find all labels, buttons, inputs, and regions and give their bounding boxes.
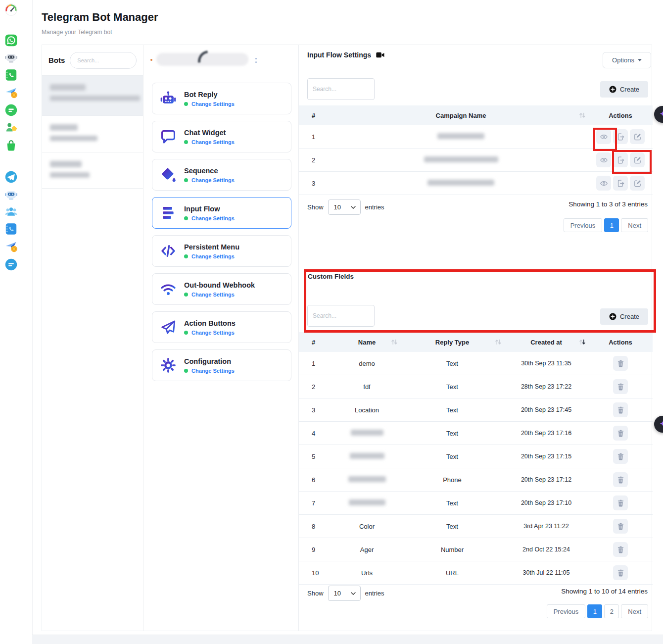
page-size-select[interactable]: 10 bbox=[328, 199, 361, 215]
created-at: 30th Sep 23 11:35 bbox=[504, 360, 588, 367]
chat-green-icon[interactable] bbox=[4, 103, 18, 117]
speedtest-icon[interactable] bbox=[4, 3, 18, 16]
edit-button[interactable] bbox=[630, 152, 645, 167]
trash-icon bbox=[616, 522, 625, 531]
col-header-campaign[interactable]: Campaign Name bbox=[333, 112, 588, 119]
trash-icon bbox=[616, 569, 625, 577]
edit-button[interactable] bbox=[630, 129, 645, 144]
whatsapp-icon[interactable] bbox=[4, 34, 18, 47]
field-name: Ager bbox=[333, 546, 400, 553]
card-input-flow[interactable]: Input Flow Change Settings bbox=[152, 197, 291, 229]
delete-button[interactable] bbox=[613, 356, 628, 371]
delete-button[interactable] bbox=[613, 449, 628, 464]
bots-search-input[interactable] bbox=[70, 52, 137, 69]
page-1-button[interactable]: 1 bbox=[587, 604, 602, 618]
options-button[interactable]: Options bbox=[603, 52, 651, 68]
card-title: Action Buttons bbox=[184, 319, 236, 327]
col-header-name[interactable]: Name bbox=[333, 339, 400, 346]
table-row: 8 Color Text 3rd Apr 23 11:22 bbox=[299, 515, 653, 538]
card-bot-reply[interactable]: Bot Reply Change Settings bbox=[152, 83, 291, 114]
bot-list-item-1[interactable] bbox=[42, 76, 143, 116]
blurred-bot-username bbox=[50, 172, 90, 178]
people-puzzle-icon[interactable] bbox=[4, 120, 18, 134]
previous-page-button[interactable]: Previous bbox=[564, 218, 603, 232]
col-header-created-at[interactable]: Created at bbox=[504, 339, 588, 346]
next-page-button[interactable]: Next bbox=[621, 218, 648, 232]
row-number: 6 bbox=[299, 476, 333, 484]
file-export-icon bbox=[616, 179, 625, 188]
bot-list-item-3[interactable] bbox=[42, 152, 143, 189]
robot-gray-icon[interactable] bbox=[4, 50, 18, 64]
card-action-buttons[interactable]: Action Buttons Change Settings bbox=[152, 311, 291, 343]
show-label: Show bbox=[307, 203, 324, 211]
col-header-num[interactable]: # bbox=[299, 339, 333, 346]
change-settings-link[interactable]: Change Settings bbox=[191, 253, 235, 259]
contacts-blue-icon[interactable] bbox=[4, 222, 18, 236]
delete-button[interactable] bbox=[613, 542, 628, 557]
table-row: 3 Location Text 20th Sep 23 17:45 bbox=[299, 398, 653, 422]
change-settings-link[interactable]: Change Settings bbox=[191, 215, 235, 221]
change-settings-link[interactable]: Change Settings bbox=[191, 330, 235, 336]
view-button[interactable] bbox=[596, 129, 611, 144]
paper-plane-coin-icon[interactable] bbox=[4, 86, 18, 99]
page-2-button[interactable]: 2 bbox=[604, 604, 619, 618]
change-settings-link[interactable]: Change Settings bbox=[191, 368, 235, 374]
delete-button[interactable] bbox=[613, 472, 628, 487]
export-button[interactable] bbox=[613, 129, 628, 144]
custom-fields-create-button[interactable]: Create bbox=[600, 308, 648, 325]
change-settings-link[interactable]: Change Settings bbox=[191, 101, 235, 107]
edit-button[interactable] bbox=[630, 176, 645, 191]
custom-fields-pagination: Previous 1 2 Next bbox=[547, 604, 648, 618]
page-size-select[interactable]: 10 bbox=[328, 586, 361, 601]
video-camera-icon[interactable] bbox=[376, 52, 385, 58]
card-persistent-menu[interactable]: Persistent Menu Change Settings bbox=[152, 235, 291, 267]
sparkle-icon bbox=[659, 420, 663, 428]
view-button[interactable] bbox=[596, 176, 611, 191]
delete-button[interactable] bbox=[613, 426, 628, 441]
delete-button[interactable] bbox=[613, 565, 628, 580]
status-dot bbox=[150, 59, 152, 61]
change-settings-link[interactable]: Change Settings bbox=[191, 177, 235, 183]
bot-list-item-2[interactable] bbox=[42, 116, 143, 152]
custom-fields-page-size-control: Show 10 entries bbox=[307, 586, 384, 601]
shopping-bag-icon[interactable] bbox=[4, 139, 18, 152]
next-page-button[interactable]: Next bbox=[621, 604, 648, 618]
paper-plane-coin-blue-icon[interactable] bbox=[4, 240, 18, 253]
people-group-icon[interactable] bbox=[4, 205, 18, 218]
show-label: Show bbox=[307, 590, 324, 597]
status-dot bbox=[184, 140, 188, 144]
export-button[interactable] bbox=[613, 176, 628, 191]
previous-page-button[interactable]: Previous bbox=[547, 604, 586, 618]
contacts-green-icon[interactable] bbox=[4, 68, 18, 82]
card-title: Sequence bbox=[184, 167, 235, 175]
col-header-reply-type[interactable]: Reply Type bbox=[400, 339, 504, 346]
custom-fields-search-input[interactable] bbox=[307, 305, 375, 327]
change-settings-link[interactable]: Change Settings bbox=[191, 292, 235, 297]
delete-button[interactable] bbox=[613, 402, 628, 417]
input-flow-search-input[interactable] bbox=[307, 78, 375, 100]
delete-button[interactable] bbox=[613, 519, 628, 534]
delete-button[interactable] bbox=[613, 495, 628, 510]
card-chat-widget[interactable]: Chat Widget Change Settings bbox=[152, 121, 291, 152]
input-flow-create-button[interactable]: Create bbox=[600, 81, 648, 98]
card-title: Out-bound Webhook bbox=[184, 281, 255, 289]
create-label: Create bbox=[620, 313, 639, 320]
page-1-button[interactable]: 1 bbox=[604, 218, 619, 232]
row-number: 1 bbox=[299, 360, 333, 367]
status-dot bbox=[184, 216, 188, 220]
robot-blue-icon[interactable] bbox=[4, 188, 18, 201]
table-header-row: # Name Reply Type Created at bbox=[299, 332, 653, 352]
view-button[interactable] bbox=[596, 152, 611, 167]
telegram-icon[interactable] bbox=[4, 170, 18, 184]
col-header-actions: Actions bbox=[588, 339, 653, 346]
chat-blue-icon[interactable] bbox=[4, 258, 18, 271]
change-settings-link[interactable]: Change Settings bbox=[191, 139, 235, 145]
card-sequence[interactable]: Sequence Change Settings bbox=[152, 159, 291, 191]
paint-bucket-icon bbox=[159, 166, 177, 184]
delete-button[interactable] bbox=[613, 379, 628, 394]
col-header-num[interactable]: # bbox=[299, 112, 333, 119]
card-outbound-webhook[interactable]: Out-bound Webhook Change Settings bbox=[152, 273, 291, 305]
field-name-blurred bbox=[333, 476, 400, 484]
card-configuration[interactable]: Configuration Change Settings bbox=[152, 349, 291, 381]
export-button[interactable] bbox=[613, 152, 628, 167]
